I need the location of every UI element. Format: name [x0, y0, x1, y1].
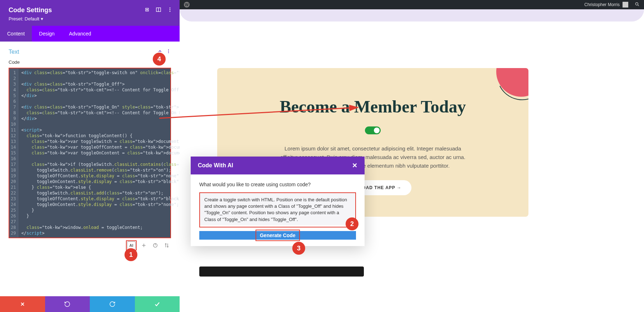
ai-prompt-textarea[interactable]: [200, 193, 355, 225]
preview-footer: [199, 267, 364, 277]
tab-advanced[interactable]: Advanced: [62, 26, 98, 42]
svg-point-8: [168, 51, 169, 52]
close-icon[interactable]: ✕: [352, 162, 357, 169]
focus-icon[interactable]: [144, 6, 150, 13]
svg-point-7: [168, 49, 169, 50]
footer-actions: [0, 296, 180, 312]
ai-question: What would you like to create using cust…: [199, 182, 356, 187]
panel-preset[interactable]: Preset: Default ▾: [9, 16, 171, 21]
search-icon[interactable]: [635, 2, 640, 8]
redo-button[interactable]: [90, 296, 135, 312]
wordpress-logo-icon[interactable]: W: [184, 2, 190, 8]
wp-admin-bar[interactable]: W Christopher Morris: [180, 0, 644, 9]
hero-title: Become a Member Today: [239, 97, 507, 116]
svg-point-6: [170, 11, 171, 12]
callout-4: 4: [153, 53, 166, 66]
section-title[interactable]: Text: [9, 49, 19, 55]
save-button[interactable]: [135, 296, 180, 312]
decorative-blob-icon: [486, 68, 528, 111]
callout-3: 3: [292, 242, 305, 255]
callout-1: 1: [125, 248, 137, 261]
undo-button[interactable]: [45, 296, 90, 312]
svg-point-4: [170, 8, 171, 9]
wp-user-name[interactable]: Christopher Morris: [584, 2, 620, 7]
sort-arrows-icon[interactable]: [162, 241, 171, 250]
settings-tabs: Content Design Advanced: [0, 26, 180, 42]
tab-design[interactable]: Design: [32, 26, 62, 42]
more-vert-icon[interactable]: [167, 6, 173, 13]
panel-header: Code Settings Preset: Default ▾: [0, 0, 180, 26]
cancel-button[interactable]: [0, 296, 45, 312]
code-editor[interactable]: 1234567891011121314151617181920212223242…: [9, 68, 171, 238]
svg-point-18: [496, 68, 528, 97]
svg-point-16: [635, 3, 638, 5]
tab-content[interactable]: Content: [0, 26, 32, 42]
avatar[interactable]: [623, 2, 628, 8]
svg-point-9: [168, 52, 169, 53]
svg-point-1: [147, 9, 148, 10]
generate-code-button[interactable]: Generate Code: [199, 231, 356, 240]
code-settings-panel: Code Settings Preset: Default ▾ Content …: [0, 0, 180, 312]
code-with-ai-modal: Code With AI ✕ What would you like to cr…: [191, 157, 365, 246]
hero-band: [180, 9, 644, 21]
toggle-switch[interactable]: [365, 126, 381, 134]
callout-2: 2: [346, 217, 358, 230]
code-toolbar: AI: [0, 238, 180, 253]
svg-line-17: [638, 5, 639, 6]
plus-icon[interactable]: [140, 241, 148, 250]
svg-point-5: [170, 9, 171, 10]
more-vert-icon[interactable]: [166, 49, 171, 55]
columns-icon[interactable]: [155, 6, 162, 13]
section-text: Text: [0, 42, 180, 58]
ai-modal-title: Code With AI: [198, 162, 233, 169]
power-icon[interactable]: [151, 241, 160, 250]
